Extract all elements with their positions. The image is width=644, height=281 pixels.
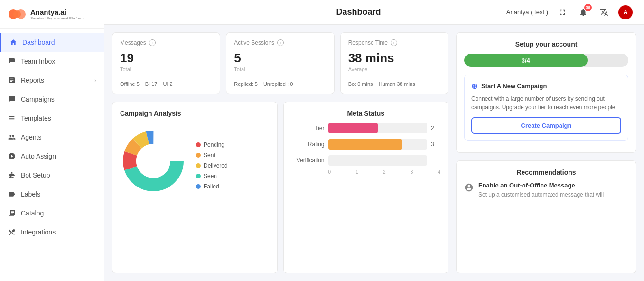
seen-label: Seen <box>204 173 217 179</box>
legend-failed: Failed <box>196 183 228 190</box>
language-switcher[interactable] <box>597 6 611 19</box>
sidebar-item-templates[interactable]: Templates <box>0 109 104 128</box>
header-actions: Anantya ( test ) 36 A <box>506 5 633 19</box>
axis-0: 0 <box>328 169 331 175</box>
campaign-chart: Pending Sent Delivered <box>120 123 270 208</box>
response-sublabel: Average <box>348 66 440 72</box>
pending-label: Pending <box>204 141 224 148</box>
sidebar-label-dashboard: Dashboard <box>22 38 55 46</box>
sidebar-navigation: Dashboard Team Inbox Reports › Campaigns <box>0 29 104 281</box>
bottom-row: Campaign Analysis <box>112 102 448 273</box>
recommendations-card: Recommendations Enable an Out-of-Office … <box>456 160 636 273</box>
notification-badge: 36 <box>584 4 592 11</box>
sessions-info-icon[interactable]: i <box>277 39 284 46</box>
active-sessions-label: Active Sessions <box>234 39 274 46</box>
sidebar-item-catalog[interactable]: Catalog <box>0 204 104 223</box>
home-icon <box>9 38 18 47</box>
rating-fill <box>328 139 402 150</box>
bot-icon <box>8 171 16 179</box>
svg-point-8 <box>136 144 170 178</box>
fullscreen-button[interactable] <box>556 6 569 19</box>
promo-header: ⊕ Start A New Campaign <box>471 82 621 91</box>
response-footer: Bot 0 mins Human 38 mins <box>348 77 440 87</box>
meta-status-card: Meta Status Tier 2 Rating <box>283 102 449 273</box>
delivered-dot <box>196 163 201 168</box>
rec-content: Enable an Out-of-Office Message Set up a… <box>478 182 604 199</box>
sessions-replied: Replied: 5 <box>234 81 258 87</box>
legend-pending: Pending <box>196 141 228 148</box>
pending-dot <box>196 142 201 147</box>
chevron-right-icon: › <box>94 77 96 83</box>
messages-bi: BI 17 <box>145 81 158 87</box>
progress-label: 3/4 <box>522 57 530 64</box>
inbox-icon <box>8 57 16 66</box>
messages-info-icon[interactable]: i <box>149 39 156 46</box>
tier-label: Tier <box>291 125 325 131</box>
person-icon <box>464 183 474 195</box>
sidebar-item-bot-setup[interactable]: Bot Setup <box>0 166 104 185</box>
bar-chart: Tier 2 Rating 3 <box>291 123 441 166</box>
verification-row: Verification <box>291 155 441 166</box>
rating-row: Rating 3 <box>291 139 441 150</box>
page-title: Dashboard <box>211 7 506 17</box>
legend-seen: Seen <box>196 173 228 179</box>
sidebar-label-reports: Reports <box>21 76 44 84</box>
axis-3: 3 <box>411 169 413 175</box>
tier-fill <box>328 123 378 133</box>
logo-icon <box>8 7 27 22</box>
verification-label: Verification <box>291 157 325 164</box>
sidebar-item-integrations[interactable]: Integrations <box>0 223 104 242</box>
notification-button[interactable]: 36 <box>577 6 590 19</box>
sessions-sublabel: Total <box>234 66 326 72</box>
failed-label: Failed <box>204 183 219 190</box>
progress-fill: 3/4 <box>464 54 588 67</box>
response-info-icon[interactable]: i <box>391 39 397 46</box>
sent-label: Sent <box>204 152 215 159</box>
response-value: 38 mins <box>348 51 440 66</box>
create-campaign-button[interactable]: Create Campaign <box>471 117 621 134</box>
sidebar-label-auto-assign: Auto Assign <box>21 152 56 160</box>
messages-label: Messages <box>120 39 146 46</box>
response-time-label: Response Time <box>348 39 388 46</box>
messages-footer: Offline 5 BI 17 UI 2 <box>120 77 212 87</box>
sidebar-item-team-inbox[interactable]: Team Inbox <box>0 52 104 71</box>
labels-icon <box>8 190 16 198</box>
setup-title: Setup your account <box>464 40 628 48</box>
catalog-icon <box>8 209 16 217</box>
delivered-label: Delivered <box>204 162 228 169</box>
axis-2: 2 <box>383 169 386 175</box>
agents-icon <box>8 133 16 141</box>
sent-dot <box>196 153 201 158</box>
rec-body: Set up a customised automated message th… <box>478 191 604 199</box>
response-time-card: Response Time i 38 mins Average Bot 0 mi… <box>340 32 448 94</box>
campaigns-icon <box>8 95 16 103</box>
integrations-icon <box>8 228 16 236</box>
sidebar-item-campaigns[interactable]: Campaigns <box>0 90 104 109</box>
seen-dot <box>196 174 201 178</box>
sidebar-label-labels: Labels <box>21 190 40 198</box>
avatar[interactable]: A <box>618 5 633 19</box>
sidebar-label-templates: Templates <box>21 114 51 122</box>
sidebar-item-labels[interactable]: Labels <box>0 185 104 204</box>
sidebar-item-agents[interactable]: Agents <box>0 128 104 147</box>
campaign-analysis-title: Campaign Analysis <box>120 110 270 117</box>
logo: Anantya.ai Smartest Engagement Platform <box>0 0 104 29</box>
sidebar-item-reports[interactable]: Reports › <box>0 71 104 90</box>
recommendations-title: Recommendations <box>464 169 628 176</box>
sidebar-item-auto-assign[interactable]: Auto Assign <box>0 147 104 166</box>
failed-dot <box>196 184 201 189</box>
bar-axis: 0 1 2 3 4 <box>291 169 441 175</box>
sidebar-item-dashboard[interactable]: Dashboard <box>0 33 104 52</box>
header: Dashboard Anantya ( test ) 36 A <box>104 0 644 25</box>
rating-track <box>328 139 428 150</box>
sidebar-label-catalog: Catalog <box>21 209 44 217</box>
sidebar-label-bot-setup: Bot Setup <box>21 171 50 179</box>
right-panel: Setup your account 3/4 ⊕ Start A New Cam… <box>456 32 636 273</box>
axis-1: 1 <box>355 169 358 175</box>
stats-row: Messages i 19 Total Offline 5 BI 17 UI 2… <box>112 32 448 94</box>
user-label: Anantya ( test ) <box>506 9 548 16</box>
tier-row: Tier 2 <box>291 123 441 133</box>
svg-point-2 <box>13 10 21 18</box>
rating-label: Rating <box>291 141 325 148</box>
sidebar: Anantya.ai Smartest Engagement Platform … <box>0 0 104 281</box>
